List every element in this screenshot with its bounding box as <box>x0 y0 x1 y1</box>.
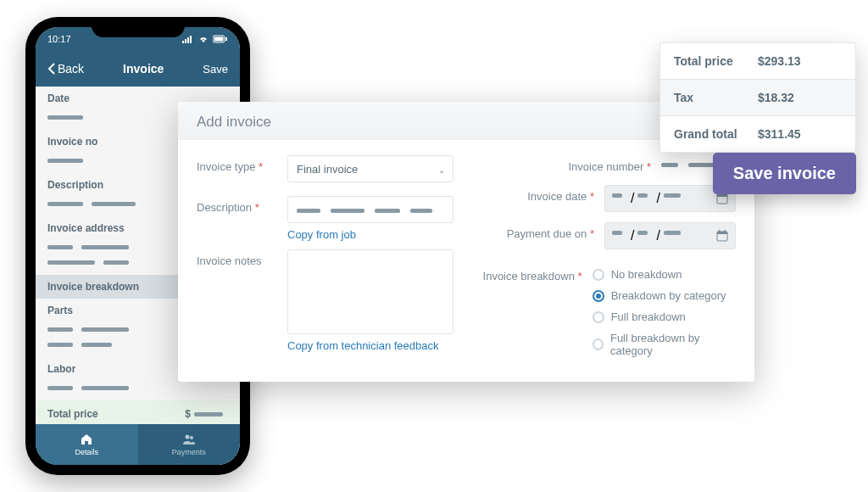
svg-rect-6 <box>214 37 224 42</box>
radio-full-by-category[interactable]: Full breakdown by category <box>593 332 736 357</box>
back-button[interactable]: Back <box>47 62 84 75</box>
radio-no-breakdown[interactable]: No breakdown <box>593 268 736 281</box>
calendar-icon <box>716 193 728 204</box>
row-payment-due: Payment due on * // <box>479 222 736 249</box>
tab-details[interactable]: Details <box>36 424 138 465</box>
chevron-down-icon: ⌄ <box>438 165 445 175</box>
value-placeholder <box>47 386 73 390</box>
value-placeholder <box>81 245 129 249</box>
label-invoice-date: Invoice date * <box>484 185 594 203</box>
svg-rect-10 <box>717 194 727 197</box>
label-payment-due: Payment due on * <box>484 222 594 240</box>
label-description: Description * <box>197 196 277 214</box>
svg-rect-5 <box>225 37 227 41</box>
tc-value: $311.45 <box>758 127 842 141</box>
tab-payments[interactable]: Payments <box>138 424 241 465</box>
phone-header: Back Invoice Save <box>36 51 240 87</box>
radio-label: Breakdown by category <box>611 289 726 302</box>
tc-label: Tax <box>674 91 758 104</box>
radio-icon <box>593 269 604 281</box>
svg-rect-0 <box>182 41 184 43</box>
phone-notch <box>92 17 185 37</box>
value-placeholder <box>92 202 136 206</box>
value-placeholder <box>664 231 681 235</box>
value-placeholder <box>81 327 129 332</box>
value-placeholder <box>47 245 73 249</box>
label-invoice-number: Invoice number * <box>541 155 651 173</box>
calendar-icon <box>716 230 728 242</box>
currency: $ <box>185 408 191 420</box>
battery-icon <box>213 35 228 43</box>
tc-label: Total price <box>674 54 758 68</box>
value-placeholder <box>612 193 622 198</box>
value-placeholder <box>661 163 678 167</box>
label-invoice-notes: Invoice notes <box>197 249 277 267</box>
tc-grand-total: Grand total $311.45 <box>660 116 855 152</box>
save-button[interactable]: Save <box>203 63 228 75</box>
value-placeholder <box>47 260 95 265</box>
radio-by-category[interactable]: Breakdown by category <box>593 289 736 302</box>
radio-icon <box>593 290 604 302</box>
svg-rect-16 <box>725 230 726 232</box>
tc-total-price: Total price $293.13 <box>660 43 855 80</box>
svg-point-7 <box>185 435 189 439</box>
right-column: Invoice number * Invoice date * // Paym <box>479 155 736 357</box>
tc-value: $293.13 <box>758 54 842 68</box>
payment-due-input[interactable]: // <box>604 222 736 249</box>
radio-label: Full breakdown by category <box>610 332 736 357</box>
invoice-notes-textarea[interactable] <box>287 249 453 334</box>
description-input[interactable] <box>287 196 453 223</box>
value-placeholder <box>612 231 622 235</box>
value-placeholder <box>375 209 400 213</box>
svg-rect-2 <box>187 37 189 43</box>
radio-icon <box>593 338 604 350</box>
value-placeholder <box>194 412 223 417</box>
chevron-left-icon <box>47 63 55 75</box>
radio-full[interactable]: Full breakdown <box>593 310 736 323</box>
save-invoice-button[interactable]: Save invoice <box>713 153 856 194</box>
svg-point-8 <box>190 436 193 439</box>
value-placeholder <box>331 209 364 213</box>
label-invoice-breakdown: Invoice breakdown * <box>479 265 582 282</box>
row-invoice-number: Invoice number * <box>479 155 736 173</box>
back-label: Back <box>58 62 84 75</box>
clock: 10:17 <box>47 34 71 44</box>
value-placeholder <box>81 386 129 390</box>
row-description: Description * <box>197 196 453 223</box>
select-value: Final invoice <box>287 155 453 182</box>
wifi-icon <box>198 35 209 43</box>
radio-label: Full breakdown <box>611 310 686 323</box>
copy-from-tech-link[interactable]: Copy from technician feedback <box>287 339 453 352</box>
left-column: Invoice type * Final invoice ⌄ Descripti… <box>197 155 453 357</box>
value-placeholder <box>664 193 681 198</box>
users-icon <box>182 433 196 446</box>
svg-rect-14 <box>717 232 727 234</box>
tc-label: Grand total <box>674 127 758 141</box>
value-placeholder <box>47 115 83 120</box>
svg-rect-3 <box>190 36 192 43</box>
svg-rect-15 <box>719 230 721 232</box>
value-placeholder <box>637 193 648 198</box>
copy-from-job-link[interactable]: Copy from job <box>287 228 453 241</box>
row-invoice-type: Invoice type * Final invoice ⌄ <box>197 155 453 182</box>
total-row-total-price: Total price $ <box>36 400 240 424</box>
tc-value: $18.32 <box>758 91 842 104</box>
page-title: Invoice <box>123 62 164 75</box>
value-placeholder <box>103 260 129 265</box>
signal-icon <box>182 35 194 43</box>
invoice-type-select[interactable]: Final invoice ⌄ <box>287 155 453 182</box>
row-invoice-breakdown: Invoice breakdown * No breakdown Breakdo… <box>479 265 736 357</box>
radio-icon <box>593 311 604 323</box>
tab-bar: Details Payments <box>36 424 240 465</box>
value-placeholder <box>47 202 83 206</box>
label-invoice-type: Invoice type * <box>197 155 277 173</box>
row-invoice-date: Invoice date * // <box>479 185 736 212</box>
row-invoice-notes: Invoice notes <box>197 249 453 334</box>
home-icon <box>80 433 93 446</box>
tab-label: Details <box>75 448 98 456</box>
status-icons <box>182 35 228 43</box>
svg-rect-1 <box>185 39 186 43</box>
value-placeholder <box>297 209 320 213</box>
totals-card: Total price $293.13 Tax $18.32 Grand tot… <box>659 42 856 153</box>
value-placeholder <box>47 343 73 347</box>
